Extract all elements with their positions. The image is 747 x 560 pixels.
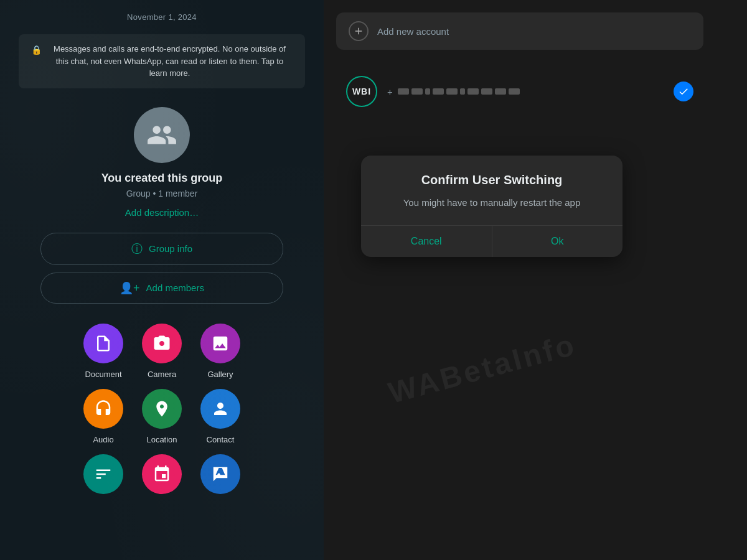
watermark: WABetaInfo	[385, 327, 580, 410]
event-circle	[142, 454, 182, 494]
group-title: You created this group	[101, 172, 223, 185]
add-account-bar[interactable]: Add new account	[336, 12, 703, 50]
dialog-actions: Cancel Ok	[361, 225, 622, 257]
audio-circle	[83, 389, 123, 429]
wbi-account-row[interactable]: WBI +	[336, 68, 703, 114]
camera-circle	[142, 324, 182, 363]
group-info-label: Group info	[149, 243, 192, 254]
add-person-icon: 👤+	[120, 281, 140, 295]
attach-contact[interactable]: Contact	[200, 389, 240, 444]
wbi-initials: WBI	[352, 86, 371, 96]
location-label: Location	[146, 435, 177, 444]
add-plus-icon	[349, 21, 369, 41]
confirm-dialog: Confirm User Switching You might have to…	[361, 156, 622, 257]
contact-label: Contact	[207, 435, 235, 444]
info-icon: ⓘ	[131, 241, 143, 256]
attach-document[interactable]: Document	[83, 324, 123, 379]
account-panel: Add new account WBI +	[324, 0, 747, 560]
attach-gallery[interactable]: Gallery	[200, 324, 240, 379]
ok-button[interactable]: Ok	[492, 226, 623, 257]
dialog-message: You might have to manually restart the a…	[378, 196, 605, 210]
audio-label: Audio	[93, 435, 113, 444]
dialog-body: Confirm User Switching You might have to…	[361, 156, 622, 225]
attach-sticker[interactable]	[200, 454, 240, 494]
encryption-notice[interactable]: 🔒 Messages and calls are end-to-end encr…	[19, 34, 305, 88]
phone-info: +	[387, 86, 664, 97]
attach-location[interactable]: Location	[142, 389, 182, 444]
phone-prefix: +	[387, 86, 393, 97]
group-info-button[interactable]: ⓘ Group info	[40, 233, 283, 265]
sticker-circle	[200, 454, 240, 494]
attach-audio[interactable]: Audio	[83, 389, 123, 444]
add-members-label: Add members	[146, 282, 204, 293]
group-avatar	[134, 107, 190, 163]
attach-event[interactable]	[142, 454, 182, 494]
document-circle	[83, 324, 123, 363]
selected-check	[674, 82, 693, 101]
chat-panel: November 1, 2024 🔒 Messages and calls ar…	[0, 0, 324, 560]
add-description-link[interactable]: Add description…	[125, 207, 199, 218]
poll-circle	[83, 454, 123, 494]
blurred-phone-number	[398, 88, 520, 95]
encryption-text: Messages and calls are end-to-end encryp…	[47, 43, 293, 80]
gallery-label: Gallery	[207, 370, 233, 379]
add-account-label: Add new account	[377, 26, 449, 37]
contact-circle	[200, 389, 240, 429]
dialog-title: Confirm User Switching	[378, 173, 605, 187]
wbi-avatar: WBI	[346, 76, 377, 107]
attachment-grid: Document Camera Gallery	[65, 324, 259, 444]
date-header: November 1, 2024	[127, 12, 197, 22]
location-circle	[142, 389, 182, 429]
group-subtitle: Group • 1 member	[126, 189, 198, 198]
add-members-button[interactable]: 👤+ Add members	[40, 273, 283, 304]
cancel-button[interactable]: Cancel	[361, 226, 492, 257]
lock-icon: 🔒	[31, 44, 42, 57]
extra-attach-grid	[65, 454, 259, 494]
attach-poll[interactable]	[83, 454, 123, 494]
gallery-circle	[200, 324, 240, 363]
camera-label: Camera	[148, 370, 176, 379]
document-label: Document	[85, 370, 121, 379]
attach-camera[interactable]: Camera	[142, 324, 182, 379]
